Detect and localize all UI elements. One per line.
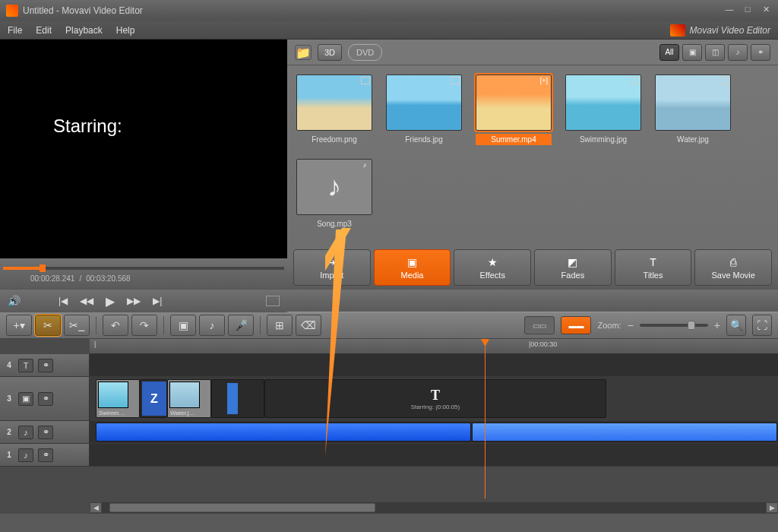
clip-swimming[interactable]: Swimm… xyxy=(96,379,140,418)
folder-open-icon[interactable]: 📁 xyxy=(295,45,312,60)
media-label: Freedom.png xyxy=(296,134,372,145)
tab-fades[interactable]: ◩Fades xyxy=(534,249,612,286)
properties-tool-icon[interactable]: ⊞ xyxy=(267,315,293,336)
timeline-view-button[interactable]: ▬▬ xyxy=(561,316,591,334)
record-tool-icon[interactable]: 🎤 xyxy=(228,315,254,336)
close-button[interactable]: ✕ xyxy=(760,5,772,17)
undo-button[interactable]: ↶ xyxy=(103,315,128,336)
scroll-right-icon[interactable]: ▶ xyxy=(766,502,778,513)
clip-title-starring[interactable]: T Starring: (0:00:05) xyxy=(264,379,606,418)
view-image-icon[interactable]: ◫ xyxy=(705,44,725,61)
link-icon[interactable]: ⚭ xyxy=(38,426,53,439)
clip-audio-2[interactable] xyxy=(472,423,777,442)
delete-tool-icon[interactable]: ⌫ xyxy=(296,315,321,336)
transition-z[interactable]: Z xyxy=(140,379,167,418)
skip-end-icon[interactable]: ▶| xyxy=(153,296,162,306)
media-item-freedom[interactable]: Freedom.png xyxy=(296,74,372,145)
menu-help[interactable]: Help xyxy=(116,25,135,36)
thumbnail xyxy=(655,74,731,131)
link-icon[interactable]: ⚭ xyxy=(38,392,53,406)
add-button[interactable]: +▾ xyxy=(6,315,32,336)
skip-start-icon[interactable]: |◀ xyxy=(59,296,68,306)
tab-media[interactable]: ▣Media xyxy=(374,249,451,286)
track-head-2: 2 ♪ ⚭ xyxy=(0,421,90,443)
save-icon: ⎙ xyxy=(726,256,740,268)
scroll-thumb[interactable] xyxy=(109,503,375,512)
play-icon[interactable]: ▶ xyxy=(106,294,115,309)
tab-import[interactable]: ⇥Import xyxy=(293,249,371,286)
media-item-summer[interactable]: [+] Summer.mp4 xyxy=(476,74,552,145)
step-back-icon[interactable]: ◀◀ xyxy=(80,296,93,306)
dvd-button[interactable]: DVD xyxy=(348,44,382,61)
seek-handle[interactable] xyxy=(40,264,46,272)
track-body-1[interactable] xyxy=(90,444,778,466)
view-video-icon[interactable]: ▣ xyxy=(682,44,702,61)
volume-icon[interactable]: 🔊 xyxy=(8,295,21,307)
timeline-ruler[interactable]: | |00:00:30 xyxy=(90,339,778,354)
menu-file[interactable]: File xyxy=(8,25,22,36)
media-item-water[interactable]: Water.jpg xyxy=(655,74,731,145)
tab-titles[interactable]: TTitles xyxy=(615,249,692,286)
track-4: 4 T ⚭ xyxy=(0,354,778,377)
view-link-icon[interactable]: ⚭ xyxy=(751,44,770,61)
link-icon[interactable]: ⚭ xyxy=(38,359,53,372)
transition-bars[interactable] xyxy=(211,379,264,418)
app-icon xyxy=(6,5,18,17)
expand-icon[interactable]: ⛶ xyxy=(752,315,772,336)
redo-button[interactable]: ↷ xyxy=(131,315,157,336)
timeline: | |00:00:30 4 T ⚭ 3 ▣ ⚭ xyxy=(0,339,778,514)
ruler-tick-30: |00:00:30 xyxy=(529,340,557,348)
cut-button[interactable]: ✂ xyxy=(35,315,61,336)
media-label: Summer.mp4 xyxy=(476,134,552,145)
crop-tool-icon[interactable]: ▣ xyxy=(170,315,196,336)
zoom-slider[interactable] xyxy=(640,324,708,327)
media-item-swimming[interactable]: Swimming.jpg xyxy=(565,74,641,145)
visibility-icon[interactable] xyxy=(58,360,71,371)
video-track-icon: ▣ xyxy=(18,392,33,406)
tab-save-movie[interactable]: ⎙Save Movie xyxy=(694,249,772,286)
media-item-friends[interactable]: Friends.jpg xyxy=(386,74,462,145)
mute-icon[interactable] xyxy=(58,450,71,461)
track-head-1: 1 ♪ ⚭ xyxy=(0,444,90,466)
preview-viewport: Starring: xyxy=(0,40,287,258)
link-icon[interactable]: ⚭ xyxy=(38,448,53,462)
zoom-in-icon[interactable]: + xyxy=(714,319,720,331)
scroll-left-icon[interactable]: ◀ xyxy=(90,502,102,513)
clip-water[interactable]: Water.j… xyxy=(167,379,211,418)
playhead[interactable] xyxy=(485,339,485,499)
split-button[interactable]: ✂⎯ xyxy=(64,315,90,336)
three-d-button[interactable]: 3D xyxy=(318,44,342,61)
thumbnail xyxy=(386,74,462,131)
effects-icon: ★ xyxy=(485,256,499,268)
menu-playback[interactable]: Playback xyxy=(65,25,103,36)
zoom-out-icon[interactable]: − xyxy=(628,319,634,331)
track-body-2[interactable] xyxy=(90,421,778,443)
music-note-icon: ♪ xyxy=(327,171,341,203)
visibility-icon[interactable] xyxy=(58,394,71,404)
view-audio-icon[interactable]: ♪ xyxy=(728,44,748,61)
fullscreen-icon[interactable] xyxy=(266,296,280,306)
seek-bar[interactable] xyxy=(3,267,284,270)
track-body-4[interactable] xyxy=(90,354,778,376)
track-body-3[interactable]: Swimm… Z Water.j… T Starring: (0:00:05) xyxy=(90,377,778,420)
brand-icon xyxy=(670,24,685,36)
window-title: Untitled - Movavi Video Editor xyxy=(23,5,717,16)
mute-icon[interactable] xyxy=(58,427,71,438)
storyboard-view-button[interactable]: ▭▭ xyxy=(524,316,555,334)
timeline-scrollbar[interactable]: ◀ ▶ xyxy=(90,502,778,514)
clip-audio-1[interactable] xyxy=(96,423,471,442)
audio-tool-icon[interactable]: ♪ xyxy=(199,315,225,336)
fit-zoom-icon[interactable]: 🔍 xyxy=(726,315,746,336)
maximize-button[interactable]: □ xyxy=(742,5,754,17)
zoom-handle[interactable] xyxy=(688,321,695,330)
step-forward-icon[interactable]: ▶▶ xyxy=(127,296,141,306)
tab-effects[interactable]: ★Effects xyxy=(454,249,531,286)
view-all-button[interactable]: All xyxy=(659,44,679,61)
menu-edit[interactable]: Edit xyxy=(36,25,52,36)
media-icon: ▣ xyxy=(406,256,419,268)
time-current: 00:00:28.241 xyxy=(30,274,74,283)
media-item-song[interactable]: ♪♪ Song.mp3 xyxy=(296,159,372,230)
media-grid: Freedom.png Friends.jpg [+] Summer.mp4 S… xyxy=(287,65,778,258)
media-label: Friends.jpg xyxy=(386,134,462,145)
minimize-button[interactable]: — xyxy=(723,5,735,17)
